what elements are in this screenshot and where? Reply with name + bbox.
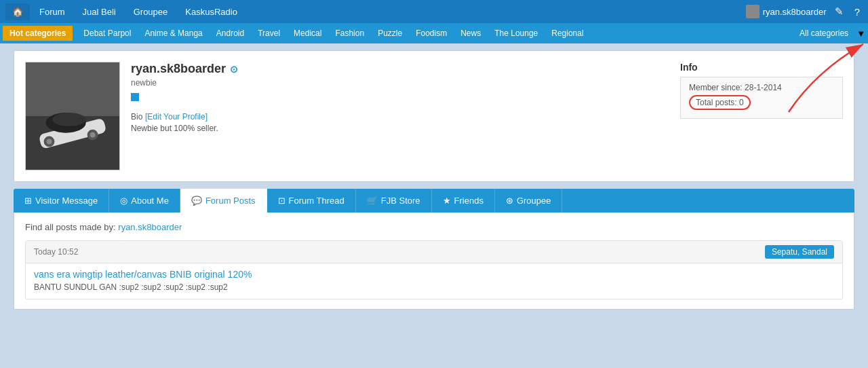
fjb-store-icon: 🛒 [367, 196, 378, 206]
cat-debat-parpol[interactable]: Debat Parpol [77, 26, 138, 41]
cat-travel[interactable]: Travel [251, 26, 287, 41]
nav-jual-beli[interactable]: Jual Beli [75, 3, 124, 21]
tabs-bar: ⊞ Visitor Message ◎ About Me 💬 Forum Pos… [14, 189, 854, 213]
chevron-down-icon: ▼ [856, 29, 865, 39]
tab-forum-posts[interactable]: 💬 Forum Posts [180, 189, 267, 213]
avatar-image [26, 62, 119, 170]
edit-profile-link[interactable]: [Edit Your Profile] [145, 112, 208, 122]
profile-tabs-section: ⊞ Visitor Message ◎ About Me 💬 Forum Pos… [14, 189, 854, 310]
post-title: vans era wingtip leather/canvas BNIB ori… [26, 263, 842, 282]
nav-right: ryan.sk8boarder ✎ ? [746, 3, 863, 20]
post-excerpt: BANTU SUNDUL GAN :sup2 :sup2 :sup2 :sup2… [26, 282, 842, 299]
home-icon: 🏠 [12, 7, 23, 17]
find-label: Find all posts made by: [25, 222, 116, 232]
tab-visitor-message[interactable]: ⊞ Visitor Message [14, 189, 109, 213]
cat-android[interactable]: Android [210, 26, 251, 41]
verified-icon: ⊙ [230, 64, 238, 75]
cat-medical[interactable]: Medical [287, 26, 328, 41]
tab-friends-label: Friends [454, 196, 484, 206]
category-bar: Hot categories Debat Parpol Anime & Mang… [0, 23, 868, 43]
visitor-message-icon: ⊞ [24, 196, 32, 206]
nav-kaskus-radio[interactable]: KaskusRadio [177, 3, 245, 21]
post-title-link[interactable]: vans era wingtip leather/canvas BNIB ori… [34, 269, 252, 280]
profile-card: ryan.sk8boarder ⊙ newbie Bio [Edit Your … [14, 50, 854, 182]
info-title: Info [680, 62, 843, 73]
profile-avatar [25, 62, 120, 170]
tab-friends[interactable]: ★ Friends [432, 189, 495, 213]
member-since-value: 28-1-2014 [745, 83, 782, 92]
bio-label: Bio [131, 112, 142, 122]
svg-point-4 [47, 139, 52, 145]
tab-about-me[interactable]: ◎ About Me [109, 189, 180, 213]
svg-point-8 [52, 113, 85, 126]
member-since-row: Member since: 28-1-2014 [689, 83, 834, 92]
post-time: Today 10:52 [34, 247, 78, 257]
total-posts-badge: Total posts: 0 [689, 95, 751, 110]
profile-bio: Bio [Edit Your Profile] Newbie but 100% … [131, 111, 669, 133]
post-category[interactable]: Sepatu, Sandal [765, 245, 834, 259]
tab-forum-thread[interactable]: ⊡ Forum Thread [267, 189, 356, 213]
tab-groupee[interactable]: ⊛ Groupee [495, 189, 563, 213]
tab-groupee-label: Groupee [517, 196, 551, 206]
info-table: Member since: 28-1-2014 Total posts: 0 [680, 77, 843, 119]
total-posts-row: Total posts: 0 [689, 95, 834, 110]
find-posts-text: Find all posts made by: ryan.sk8boarder [25, 222, 843, 232]
total-posts-value: 0 [739, 98, 744, 107]
tab-fjb-store[interactable]: 🛒 FJB Store [356, 189, 432, 213]
profile-info: ryan.sk8boarder ⊙ newbie Bio [Edit Your … [131, 62, 669, 170]
home-button[interactable]: 🏠 [5, 3, 30, 20]
hot-categories-label: Hot categories [3, 26, 73, 41]
tab-forum-thread-label: Forum Thread [289, 196, 344, 206]
cat-puzzle[interactable]: Puzzle [371, 26, 409, 41]
all-categories-link[interactable]: All categories [793, 26, 855, 41]
profile-rank: newbie [131, 78, 669, 88]
tab-visitor-message-label: Visitor Message [35, 196, 98, 206]
tab-about-me-label: About Me [131, 196, 169, 206]
nav-left: 🏠 Forum Jual Beli Groupee KaskusRadio [5, 3, 746, 21]
cat-news[interactable]: News [454, 26, 488, 41]
svg-point-6 [90, 132, 96, 138]
tab-forum-posts-label: Forum Posts [205, 196, 256, 206]
post-entry: Today 10:52 Sepatu, Sandal vans era wing… [25, 240, 843, 299]
nav-groupee[interactable]: Groupee [125, 3, 176, 21]
edit-button[interactable]: ✎ [832, 3, 846, 20]
user-avatar-small [746, 5, 760, 18]
info-box: Info Member since: 28-1-2014 Total posts… [680, 62, 843, 170]
cat-fashion[interactable]: Fashion [328, 26, 371, 41]
member-since-label: Member since: [689, 83, 743, 92]
main-content: ryan.sk8boarder ⊙ newbie Bio [Edit Your … [0, 43, 868, 316]
friends-icon: ★ [443, 196, 451, 206]
posts-section: Find all posts made by: ryan.sk8boarder … [14, 213, 854, 310]
forum-posts-icon: 💬 [191, 196, 202, 206]
profile-username-text: ryan.sk8boarder [131, 62, 226, 76]
groupee-icon: ⊛ [506, 196, 513, 206]
profile-username-row: ryan.sk8boarder ⊙ [131, 62, 669, 76]
top-navigation: 🏠 Forum Jual Beli Groupee KaskusRadio ry… [0, 0, 868, 23]
logged-in-user: ryan.sk8boarder [746, 5, 827, 18]
forum-thread-icon: ⊡ [278, 196, 285, 206]
bio-text: Newbie but 100% seller. [131, 124, 669, 133]
total-posts-label: Total posts: [696, 98, 737, 107]
rank-indicator [131, 93, 139, 101]
tab-fjb-store-label: FJB Store [381, 196, 420, 206]
help-button[interactable]: ? [852, 3, 863, 20]
cat-foodism[interactable]: Foodism [409, 26, 454, 41]
post-header: Today 10:52 Sepatu, Sandal [26, 241, 842, 263]
nav-forum[interactable]: Forum [31, 3, 73, 21]
cat-the-lounge[interactable]: The Lounge [488, 26, 545, 41]
cat-anime-manga[interactable]: Anime & Manga [138, 26, 209, 41]
find-username-link[interactable]: ryan.sk8boarder [118, 222, 182, 232]
all-categories-dropdown[interactable]: All categories ▼ [793, 26, 865, 41]
about-me-icon: ◎ [120, 196, 127, 206]
cat-regional[interactable]: Regional [545, 26, 590, 41]
